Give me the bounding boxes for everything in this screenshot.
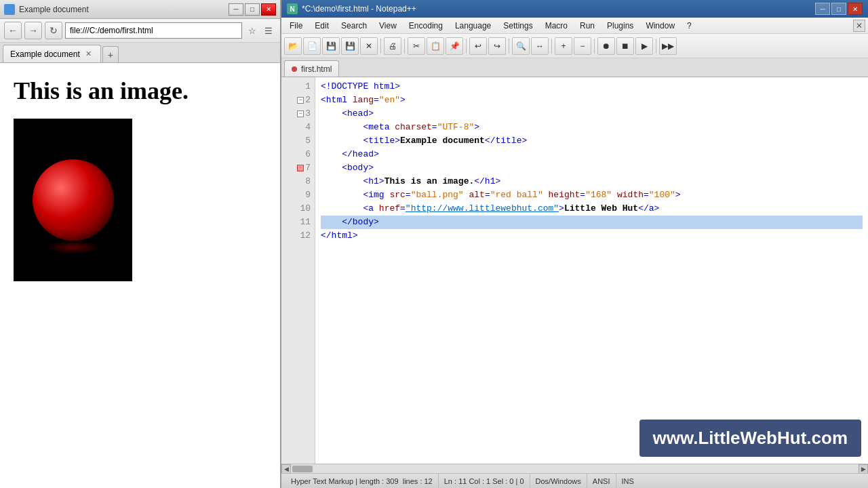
browser-icon (4, 4, 15, 15)
menu-view[interactable]: View (374, 20, 402, 32)
toolbar-macro-button[interactable]: ⏺ (597, 37, 615, 55)
npp-tabs: first.html (281, 58, 868, 77)
code-token: <title>Example document</title> (321, 134, 527, 148)
browser-tab-close[interactable]: ✕ (84, 49, 94, 59)
npp-menubar: File Edit Search View Encoding Language … (281, 18, 868, 34)
toolbar-run-button[interactable]: ▶▶ (659, 37, 677, 55)
npp-close-button[interactable]: ✕ (848, 3, 863, 15)
toolbar-open-button[interactable]: 📂 (284, 37, 302, 55)
browser-close-button[interactable]: ✕ (261, 3, 276, 16)
browser-content: This is an image. (0, 63, 280, 488)
toolbar-cut-button[interactable]: ✂ (408, 37, 425, 55)
code-token: <body> (321, 161, 374, 175)
status-lineendings-text: Dos/Windows (536, 477, 581, 485)
status-mode-text: INS (622, 477, 634, 485)
line-num-9: 9 (281, 188, 315, 202)
status-mode: INS (616, 474, 639, 488)
status-lineendings: Dos/Windows (530, 474, 587, 488)
status-filetype-text: Hyper Text Markup | length : 309 (291, 477, 399, 485)
scroll-right-button[interactable]: ▶ (859, 464, 868, 474)
toolbar-macro-stop-button[interactable]: ⏹ (616, 37, 634, 55)
notepad-wrapper: N *C:\demo\first.html - Notepad++ ─ □ ✕ … (281, 0, 868, 488)
npp-titlebar: N *C:\demo\first.html - Notepad++ ─ □ ✕ (281, 0, 868, 18)
menu-help[interactable]: ? (682, 20, 697, 32)
status-encoding-text: ANSI (593, 477, 610, 485)
toolbar-save-all-button[interactable]: 💾 (341, 37, 359, 55)
toolbar-zoom-out-button[interactable]: − (574, 37, 591, 55)
star-icon[interactable]: ☆ (245, 23, 260, 38)
menu-settings[interactable]: Settings (498, 20, 538, 32)
status-filetype: Hyper Text Markup | length : 309 lines :… (285, 474, 439, 488)
npp-toolbar: 📂 📄 💾 💾 ✕ 🖨 ✂ 📋 📌 ↩ ↪ 🔍 ↔ + − ⏺ ⏹ ▶ ▶▶ (281, 34, 868, 58)
code-line-7: <body> (321, 161, 863, 175)
code-token: <img src="ball.png" alt="red ball" heigh… (321, 188, 681, 202)
scrollbar-thumb[interactable] (292, 466, 313, 472)
scroll-left-button[interactable]: ◀ (281, 464, 291, 474)
menu-edit[interactable]: Edit (309, 20, 334, 32)
toolbar-undo-button[interactable]: ↩ (469, 37, 487, 55)
browser-tab-example[interactable]: Example document ✕ (3, 45, 101, 62)
code-line-6: </head> (321, 148, 863, 161)
toolbar-new-button[interactable]: 📄 (303, 37, 321, 55)
forward-button[interactable]: → (24, 22, 42, 39)
panel-close-button[interactable]: ✕ (853, 20, 865, 32)
menu-file[interactable]: File (284, 20, 308, 32)
ball-image-container (14, 119, 132, 281)
fold-icon-7[interactable]: □ (297, 165, 304, 171)
toolbar-redo-button[interactable]: ↪ (488, 37, 506, 55)
toolbar-replace-button[interactable]: ↔ (531, 37, 549, 55)
browser-maximize-button[interactable]: □ (245, 3, 260, 16)
browser-titlebar: Example document ─ □ ✕ (0, 0, 280, 19)
code-line-12: </html> (321, 229, 863, 243)
fold-icon-2[interactable]: − (297, 97, 304, 104)
toolbar-zoom-in-button[interactable]: + (555, 37, 572, 55)
browser-tabs: Example document ✕ + (0, 43, 280, 63)
toolbar-find-button[interactable]: 🔍 (512, 37, 530, 55)
line-num-3: −3 (281, 107, 315, 121)
status-lines-text: lines : 12 (403, 477, 433, 485)
menu-window[interactable]: Window (640, 20, 680, 32)
npp-maximize-button[interactable]: □ (831, 3, 846, 15)
line-num-8: 8 (281, 175, 315, 188)
code-token: <html lang="en"> (321, 94, 406, 107)
line-num-7: □7 (281, 161, 315, 175)
code-token: </html> (321, 229, 358, 243)
browser-minimize-button[interactable]: ─ (229, 3, 243, 16)
new-tab-button[interactable]: + (102, 46, 119, 62)
back-button[interactable]: ← (4, 22, 22, 39)
toolbar-copy-button[interactable]: 📋 (427, 37, 444, 55)
line-num-1: 1 (281, 80, 315, 94)
code-token: <head> (321, 107, 374, 121)
code-token: </body> (321, 216, 379, 229)
npp-tab-first[interactable]: first.html (284, 60, 339, 77)
line-num-5: 5 (281, 134, 315, 148)
toolbar-macro-play-button[interactable]: ▶ (635, 37, 653, 55)
toolbar-paste-button[interactable]: 📌 (446, 37, 463, 55)
code-token: <h1>This is an image.</h1> (321, 175, 500, 188)
fold-icon-3[interactable]: − (297, 110, 304, 117)
toolbar-save-button[interactable]: 💾 (322, 37, 340, 55)
modified-indicator (292, 66, 297, 72)
refresh-button[interactable]: ↻ (45, 22, 62, 39)
npp-minimize-button[interactable]: ─ (815, 3, 830, 15)
code-area[interactable]: <!DOCTYPE html> <html lang="en"> <head> … (315, 77, 868, 464)
horizontal-scrollbar[interactable]: ◀ ▶ (281, 464, 868, 473)
menu-macro[interactable]: Macro (540, 20, 573, 32)
npp-editor[interactable]: 1 −2 −3 4 5 6 □7 8 9 10 11 12 <!DOCTYPE … (281, 77, 868, 464)
toolbar-print-button[interactable]: 🖨 (384, 37, 401, 55)
menu-language[interactable]: Language (450, 20, 496, 32)
toolbar-sep-2 (404, 39, 405, 54)
status-encoding: ANSI (587, 474, 616, 488)
code-line-4: <meta charset="UTF-8"> (321, 121, 863, 134)
address-bar[interactable] (65, 22, 242, 39)
toolbar-sep-6 (594, 39, 595, 54)
menu-run[interactable]: Run (574, 20, 600, 32)
code-line-10: <a href="http://www.littlewebhut.com">Li… (321, 202, 863, 216)
toolbar-close-button[interactable]: ✕ (360, 37, 378, 55)
menu-icon[interactable]: ☰ (261, 23, 276, 38)
menu-plugins[interactable]: Plugins (601, 20, 639, 32)
menu-encoding[interactable]: Encoding (403, 20, 448, 32)
code-line-1: <!DOCTYPE html> (321, 80, 863, 94)
page-heading: This is an image. (14, 77, 267, 105)
menu-search[interactable]: Search (336, 20, 372, 32)
